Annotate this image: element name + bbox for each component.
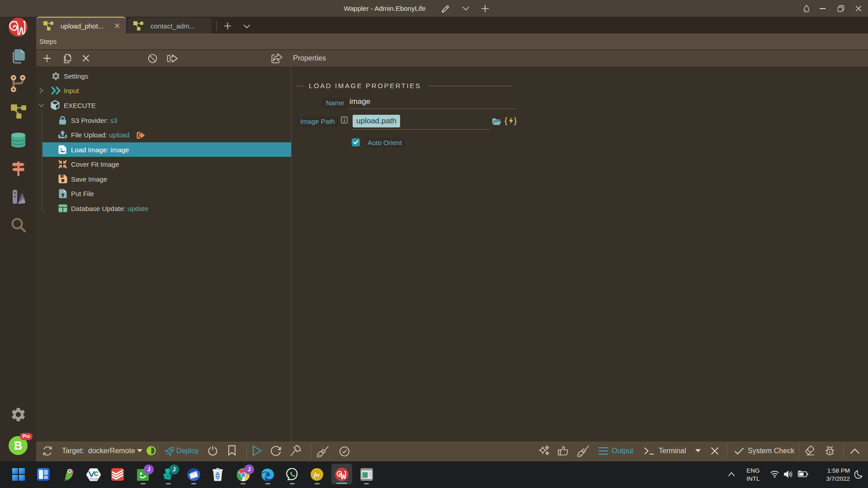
svg-text:VeraCrypt: VeraCrypt	[90, 478, 98, 480]
svg-text:fw: fw	[314, 471, 320, 478]
